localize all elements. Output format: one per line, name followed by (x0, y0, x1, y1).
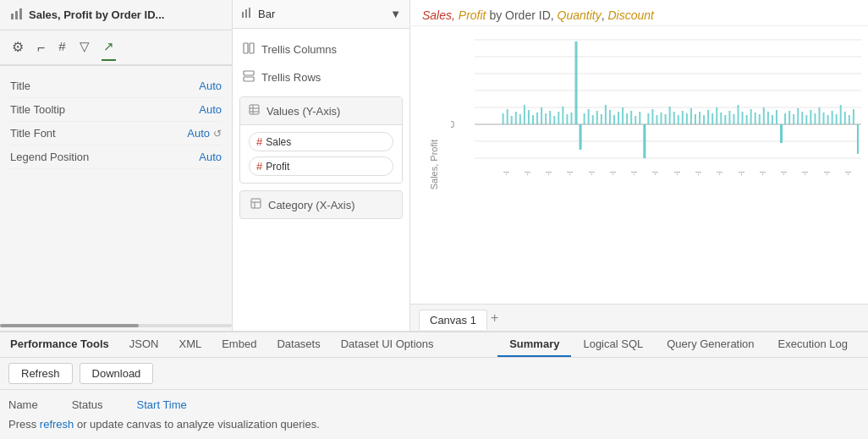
chart-type-selector[interactable]: Bar ▼ (233, 0, 409, 29)
svg-rect-3 (242, 12, 244, 18)
svg-rect-92 (755, 112, 756, 124)
trellis-columns-label: Trellis Columns (261, 43, 337, 56)
add-canvas-button[interactable]: + (491, 311, 498, 325)
svg-rect-74 (678, 115, 679, 124)
left-panel-scrollbar[interactable] (0, 324, 232, 327)
subtab-execution-log[interactable]: Execution Log (766, 332, 860, 357)
tab-layout[interactable]: ⌐ (36, 37, 47, 61)
svg-rect-35 (507, 109, 508, 124)
profit-field-label: Profit (266, 161, 289, 173)
svg-rect-59 (613, 115, 615, 124)
svg-rect-79 (699, 112, 700, 124)
svg-rect-40 (528, 110, 530, 124)
tab-gear[interactable]: ⚙ (10, 36, 25, 61)
tab-json[interactable]: JSON (119, 332, 169, 357)
svg-rect-76 (686, 113, 688, 124)
svg-rect-45 (549, 111, 551, 124)
svg-rect-50 (570, 112, 572, 124)
chart-title: Sales, Profit by Order ID, Quantity, Dis… (422, 8, 856, 22)
svg-rect-39 (524, 105, 525, 124)
svg-rect-60 (618, 112, 619, 124)
download-button[interactable]: Download (80, 363, 154, 384)
svg-rect-96 (772, 115, 773, 124)
svg-text:-|: -| (544, 172, 552, 176)
svg-rect-54 (592, 115, 594, 124)
bar-chart-bars (503, 41, 859, 158)
sales-field-chip[interactable]: # Sales (249, 132, 393, 151)
chart-title-sales: Sales, (422, 8, 459, 22)
subtab-summary[interactable]: Summary (497, 332, 571, 357)
title-value[interactable]: Auto (199, 80, 222, 92)
chart-title-profit: Profit (459, 8, 486, 22)
svg-rect-58 (609, 110, 611, 124)
svg-rect-80 (703, 115, 705, 124)
refresh-link[interactable]: refresh (40, 418, 74, 431)
tab-trend[interactable]: ↗ (102, 36, 116, 61)
trellis-columns-item[interactable]: Trellis Columns (233, 36, 409, 63)
svg-rect-49 (566, 114, 568, 124)
svg-rect-106 (814, 113, 816, 124)
svg-rect-9 (244, 77, 254, 81)
svg-rect-37 (515, 112, 517, 124)
canvas-1-tab[interactable]: Canvas 1 (419, 310, 487, 330)
values-icon (249, 104, 260, 118)
trellis-rows-item[interactable]: Trellis Rows (233, 63, 409, 91)
tab-filter[interactable]: ▽ (78, 36, 91, 61)
svg-text:-|: -| (843, 172, 851, 176)
chart-type-label: Bar (258, 8, 390, 20)
title-setting: Title Auto (10, 74, 222, 98)
svg-rect-107 (818, 107, 820, 124)
svg-rect-7 (250, 43, 254, 53)
title-font-refresh-icon[interactable]: ↺ (213, 128, 222, 140)
svg-text:-|: -| (800, 172, 808, 176)
svg-rect-71 (665, 114, 667, 124)
title-font-label: Title Font (10, 127, 56, 140)
svg-rect-48 (562, 107, 563, 124)
svg-rect-82 (711, 113, 713, 124)
svg-rect-89 (742, 112, 744, 124)
svg-rect-87 (733, 114, 734, 124)
title-font-control: Auto ↺ (187, 127, 222, 140)
tab-performance-tools[interactable]: Performance Tools (0, 332, 119, 357)
category-section[interactable]: Category (X-Axis) (239, 190, 403, 219)
svg-text:-|: -| (587, 172, 595, 176)
chart-header: Sales, Profit by Order ID, Quantity, Dis… (410, 0, 868, 26)
category-icon (250, 198, 261, 211)
chart-title-by: by Order ID, (486, 8, 558, 22)
chart-title-discount: Discount (607, 8, 653, 22)
refresh-button[interactable]: Refresh (8, 363, 73, 384)
bottom-message: Press refresh or update canvas to analyz… (8, 414, 860, 434)
legend-position-setting: Legend Position Auto (10, 145, 222, 169)
svg-rect-104 (805, 115, 807, 124)
profit-hash-icon: # (256, 160, 262, 173)
tab-hash[interactable]: # (57, 36, 67, 61)
bottom-tabs-row: Performance Tools JSON XML Embed Dataset… (0, 332, 868, 358)
svg-text:-|: -| (565, 172, 573, 176)
legend-position-value[interactable]: Auto (199, 151, 222, 163)
tab-datasets[interactable]: Datasets (266, 332, 330, 357)
svg-rect-52 (584, 113, 585, 124)
bottom-panel: Performance Tools JSON XML Embed Dataset… (0, 331, 868, 439)
col-name-header: Name (8, 398, 38, 411)
svg-rect-67 (647, 113, 649, 124)
tab-xml[interactable]: XML (168, 332, 212, 357)
title-font-value[interactable]: Auto (187, 127, 210, 140)
tab-dataset-ui-options[interactable]: Dataset UI Options (331, 332, 444, 357)
svg-text:-|: -| (822, 172, 830, 176)
values-header[interactable]: Values (Y-Axis) (240, 97, 402, 125)
title-tooltip-value[interactable]: Auto (199, 103, 222, 116)
chart-title-quantity: Quantity (558, 8, 602, 22)
svg-rect-44 (545, 113, 547, 124)
svg-text:-|: -| (651, 172, 658, 176)
subtab-logical-sql[interactable]: Logical SQL (571, 332, 655, 357)
svg-rect-4 (245, 9, 247, 18)
category-label: Category (X-Axis) (268, 199, 355, 211)
subtab-query-generation[interactable]: Query Generation (655, 332, 766, 357)
svg-rect-66 (643, 124, 646, 158)
profit-field-chip[interactable]: # Profit (249, 156, 393, 176)
tab-embed[interactable]: Embed (212, 332, 266, 357)
panel-body: Title Auto Title Tooltip Auto Title Font… (0, 66, 232, 321)
svg-rect-61 (622, 107, 624, 124)
svg-rect-51 (580, 124, 582, 150)
svg-rect-114 (849, 115, 850, 124)
